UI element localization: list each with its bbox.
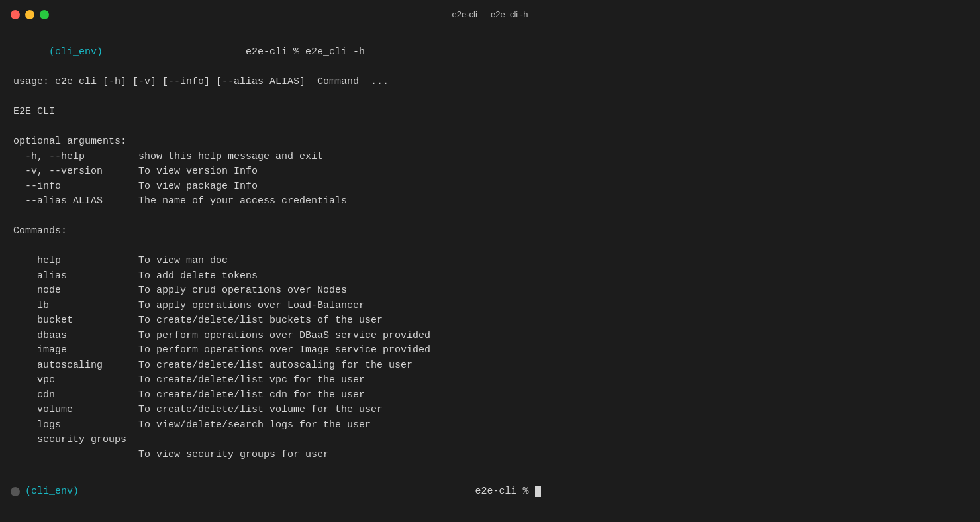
output-line-23: logs To view/delete/search logs for the … xyxy=(13,418,967,433)
output-line-15: lb To apply operations over Load-Balance… xyxy=(13,299,967,314)
traffic-lights xyxy=(11,10,49,19)
output-line-24: security_groups xyxy=(13,433,967,448)
output-line-8: --alias ALIAS The name of your access cr… xyxy=(13,194,967,209)
output-line-4: optional arguments: xyxy=(13,134,967,150)
output-line-21: cdn To create/delete/list cdn for the us… xyxy=(13,388,967,403)
output-line-12: help To view man doc xyxy=(13,254,967,269)
blank-line-1 xyxy=(13,90,967,105)
window-title: e2e-cli — e2e_cli -h xyxy=(452,8,528,21)
bottom-env-indicator: (cli_env) xyxy=(25,484,79,499)
output-line-20: vpc To create/delete/list vpc for the us… xyxy=(13,373,967,388)
cursor xyxy=(535,486,541,497)
bottom-prompt-center: e2e-cli % xyxy=(475,486,535,497)
output-line-22: volume To create/delete/list volume for … xyxy=(13,403,967,418)
bottom-bar: (cli_env) e2e-cli % xyxy=(0,467,980,517)
terminal-content: (cli_env) e2e-cli % e2e_cli -h usage: e2… xyxy=(0,28,980,467)
output-line-13: alias To add delete tokens xyxy=(13,269,967,284)
terminal-window: e2e-cli — e2e_cli -h (cli_env) e2e-cli %… xyxy=(0,0,980,522)
output-line-2: E2E CLI xyxy=(13,105,967,120)
top-prompt-text: e2e-cli % e2e_cli -h xyxy=(103,46,365,58)
blank-line-11 xyxy=(13,239,967,254)
output-line-14: node To apply crud operations over Nodes xyxy=(13,284,967,299)
output-line-10: Commands: xyxy=(13,224,967,239)
output-line-0: usage: e2e_cli [-h] [-v] [--info] [--ali… xyxy=(13,75,967,90)
output-line-19: autoscaling To create/delete/list autosc… xyxy=(13,358,967,374)
bottom-traffic-lights: (cli_env) xyxy=(11,484,79,499)
top-prompt-line: (cli_env) e2e-cli % e2e_cli -h xyxy=(13,30,967,76)
bottom-prompt: e2e-cli % xyxy=(11,470,969,515)
output-line-5: -h, --help show this help message and ex… xyxy=(13,150,967,165)
output-line-17: dbaas To perform operations over DBaaS s… xyxy=(13,329,967,344)
top-env-indicator: (cli_env) xyxy=(49,46,103,58)
minimize-button[interactable] xyxy=(25,10,34,19)
output-line-6: -v, --version To view version Info xyxy=(13,164,967,180)
close-button[interactable] xyxy=(11,10,20,19)
maximize-button[interactable] xyxy=(40,10,49,19)
blank-line-9 xyxy=(13,209,967,225)
title-bar: e2e-cli — e2e_cli -h xyxy=(0,5,980,28)
output-line-18: image To perform operations over Image s… xyxy=(13,343,967,358)
output-line-7: --info To view package Info xyxy=(13,180,967,195)
output-line-25: To view security_groups for user xyxy=(13,448,967,463)
output-line-16: bucket To create/delete/list buckets of … xyxy=(13,313,967,329)
blank-line-3 xyxy=(13,120,967,135)
bottom-dot xyxy=(11,487,20,496)
